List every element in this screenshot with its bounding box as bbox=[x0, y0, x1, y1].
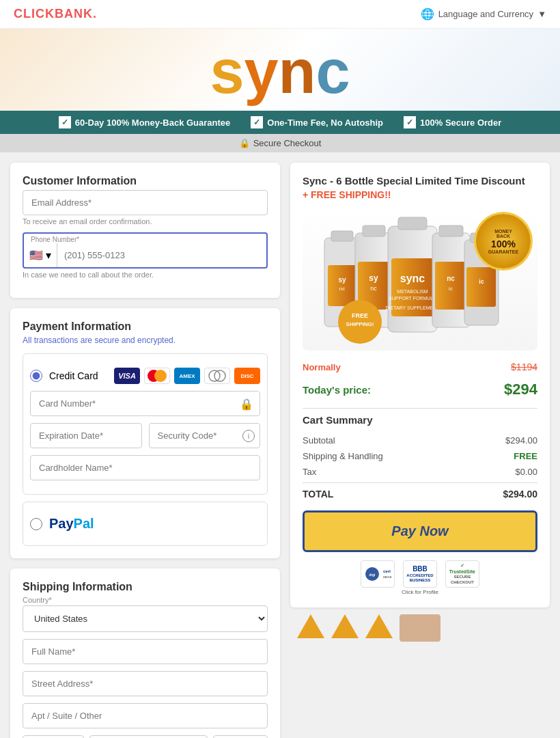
svg-text:FREE: FREE bbox=[352, 312, 368, 319]
guarantee-item-3: ✓ 100% Secure Order bbox=[404, 116, 501, 128]
credit-card-radio[interactable] bbox=[30, 370, 42, 382]
normally-label: Normally bbox=[303, 362, 341, 372]
diners-logo bbox=[204, 368, 230, 384]
email-hint: To receive an email order confirmation. bbox=[23, 217, 268, 226]
guarantee-item-1: ✓ 60-Day 100% Money-Back Guarantee bbox=[59, 116, 231, 128]
state-input[interactable] bbox=[213, 735, 268, 738]
phone-hint: In case we need to call about the order. bbox=[23, 271, 268, 279]
country-label: Country* bbox=[23, 596, 268, 604]
country-select[interactable]: United States bbox=[23, 605, 268, 632]
bbb-badge: BBB ACCREDITED BUSINESS Click for Profil… bbox=[402, 560, 438, 595]
arrow-up-3 bbox=[365, 614, 393, 638]
street-input[interactable] bbox=[23, 671, 268, 696]
apt-group bbox=[23, 703, 268, 728]
mastercard-logo bbox=[144, 368, 170, 384]
right-column: Sync - 6 Bottle Special Limited Time Dis… bbox=[290, 163, 550, 738]
svg-text:sy: sy bbox=[369, 273, 378, 283]
payment-info-card: Payment Information All transactions are… bbox=[10, 308, 280, 558]
bbb-icon: BBB ACCREDITED BUSINESS bbox=[403, 560, 437, 588]
today-price: $294 bbox=[504, 381, 537, 398]
phone-input[interactable] bbox=[57, 245, 266, 266]
digicert-badge: digi cert SECURED bbox=[361, 560, 395, 595]
shipping-value: FREE bbox=[514, 451, 537, 461]
checkmark-icon-1: ✓ bbox=[59, 116, 71, 128]
tax-row: Tax $0.00 bbox=[303, 464, 537, 480]
svg-text:cert: cert bbox=[383, 569, 391, 573]
country-select-wrapper: United States bbox=[23, 605, 268, 632]
apt-input[interactable] bbox=[23, 703, 268, 728]
expiry-security-row: i bbox=[30, 423, 260, 455]
language-currency-button[interactable]: 🌐 Language and Currency ▼ bbox=[421, 8, 546, 20]
email-input[interactable] bbox=[23, 190, 268, 215]
flag-arrow: ▾ bbox=[46, 249, 51, 262]
svg-text:ic: ic bbox=[449, 286, 453, 292]
pay-now-button[interactable]: Pay Now bbox=[303, 510, 537, 552]
today-label: Today's price: bbox=[303, 384, 371, 396]
discover-logo: DISC bbox=[234, 368, 260, 384]
visa-logo: VISA bbox=[114, 368, 140, 384]
state-group bbox=[213, 735, 268, 738]
lock-icon: 🔒 bbox=[239, 138, 250, 148]
phone-label: Phone Number* bbox=[24, 234, 266, 243]
city-input[interactable] bbox=[89, 735, 208, 738]
checkmark-icon-2: ✓ bbox=[251, 116, 263, 128]
today-price-row: Today's price: $294 bbox=[303, 377, 537, 402]
expiry-group bbox=[30, 423, 142, 448]
paypal-radio-row[interactable]: PayPal bbox=[30, 509, 260, 538]
svg-text:SECURED: SECURED bbox=[383, 575, 391, 579]
subtotal-label: Subtotal bbox=[303, 435, 335, 446]
secure-bar: 🔒 Secure Checkout bbox=[0, 134, 560, 152]
guarantee-item-2: ✓ One-Time Fee, No Autoship bbox=[251, 116, 383, 128]
clickbank-logo: CLICKBANK. bbox=[14, 7, 97, 21]
zip-input[interactable] bbox=[23, 735, 84, 738]
left-column: Customer Information To receive an email… bbox=[10, 163, 280, 738]
subtotal-row: Subtotal $294.00 bbox=[303, 433, 537, 448]
phone-flag: 🇺🇸 ▾ bbox=[24, 243, 57, 267]
paypal-radio[interactable] bbox=[30, 518, 42, 530]
arrow-up-1 bbox=[297, 614, 324, 638]
cardholder-group bbox=[30, 455, 260, 480]
fullname-input[interactable] bbox=[23, 639, 268, 664]
bbb-label: Click for Profile bbox=[402, 589, 438, 595]
product-card: Sync - 6 Bottle Special Limited Time Dis… bbox=[290, 163, 550, 607]
digicert-icon: digi cert SECURED bbox=[361, 560, 395, 588]
card-logos: VISA AMEX DISC bbox=[114, 368, 260, 384]
zip-city-state-row bbox=[23, 735, 268, 738]
svg-rect-13 bbox=[398, 217, 427, 230]
globe-icon: 🌐 bbox=[421, 8, 434, 20]
main-content: Customer Information To receive an email… bbox=[0, 152, 560, 738]
normally-row: Normally $1194 bbox=[303, 357, 537, 377]
lock-icon: 🔒 bbox=[240, 397, 253, 410]
svg-text:SUPPORT FORMULA: SUPPORT FORMULA bbox=[389, 296, 436, 301]
street-group bbox=[23, 671, 268, 696]
payment-subtitle: All transactions are secure and encrypte… bbox=[23, 336, 268, 345]
info-icon: i bbox=[242, 430, 255, 442]
expiry-input[interactable] bbox=[30, 423, 142, 448]
customer-info-card: Customer Information To receive an email… bbox=[10, 163, 280, 298]
payment-title: Payment Information bbox=[23, 320, 268, 333]
phone-wrapper: Phone Number* 🇺🇸 ▾ bbox=[23, 232, 268, 269]
money-back-badge: MONEY BACK 100% GUARANTEE bbox=[476, 214, 531, 269]
normally-price: $1194 bbox=[511, 361, 537, 372]
chevron-down-icon: ▼ bbox=[537, 9, 546, 19]
product-logo: sync bbox=[210, 41, 350, 102]
checkmark-icon-3: ✓ bbox=[404, 116, 416, 128]
paypal-option[interactable]: PayPal bbox=[23, 502, 268, 546]
card-number-input[interactable] bbox=[30, 391, 260, 416]
trust-badges: digi cert SECURED BBB ACCREDITED BUSINES… bbox=[303, 560, 537, 595]
svg-text:nc: nc bbox=[339, 286, 345, 292]
email-group: To receive an email order confirmation. bbox=[23, 190, 268, 226]
security-group: i bbox=[149, 423, 261, 448]
svg-text:sy: sy bbox=[338, 276, 346, 284]
svg-rect-8 bbox=[363, 226, 385, 236]
phone-group: Phone Number* 🇺🇸 ▾ In case we need to ca… bbox=[23, 232, 268, 279]
cardholder-input[interactable] bbox=[30, 455, 260, 480]
arrow-up-2 bbox=[331, 614, 359, 638]
country-group: Country* United States bbox=[23, 596, 268, 632]
svg-text:nc: nc bbox=[370, 285, 377, 292]
shipping-title: Shipping Information bbox=[23, 581, 268, 593]
svg-text:digi: digi bbox=[369, 573, 376, 577]
credit-card-radio-row[interactable]: Credit Card VISA AMEX DISC bbox=[30, 361, 260, 391]
shipping-label: Shipping & Handling bbox=[303, 451, 383, 461]
city-group bbox=[89, 735, 208, 738]
